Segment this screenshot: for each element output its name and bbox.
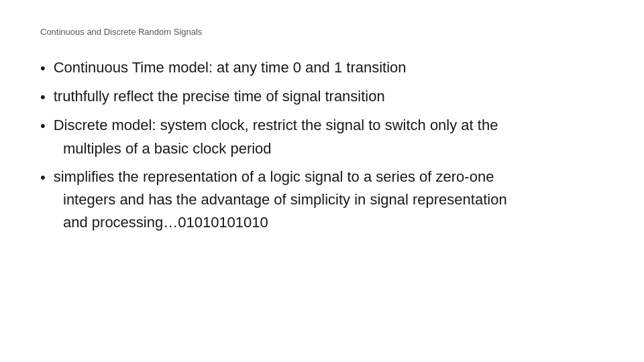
list-item: • truthfully reflect the precise time of… — [40, 86, 604, 108]
list-item: • simplifies the representation of a log… — [40, 166, 604, 188]
bullet-text: truthfully reflect the precise time of s… — [54, 86, 604, 107]
bullet-dot: • — [40, 86, 46, 108]
bullet-text: simplifies the representation of a logic… — [54, 166, 604, 188]
list-item-continuation: multiples of a basic clock period — [63, 138, 604, 160]
bullet-text: multiples of a basic clock period — [63, 138, 604, 160]
slide-subtitle: Continuous and Discrete Random Signals — [40, 27, 604, 37]
bullet-list: • Continuous Time model: at any time 0 a… — [40, 57, 604, 240]
bullet-text: and processing…01010101010 — [63, 212, 604, 233]
bullet-dot: • — [40, 115, 46, 137]
list-item: • Continuous Time model: at any time 0 a… — [40, 57, 604, 79]
bullet-text: Discrete model: system clock, restrict t… — [54, 115, 604, 136]
slide-container: Continuous and Discrete Random Signals •… — [0, 0, 644, 362]
bullet-text: integers and has the advantage of simpli… — [63, 189, 604, 210]
list-item-continuation: integers and has the advantage of simpli… — [63, 189, 604, 210]
list-item: • Discrete model: system clock, restrict… — [40, 115, 604, 137]
bullet-dot: • — [40, 167, 46, 188]
bullet-dot: • — [40, 58, 46, 79]
bullet-text: Continuous Time model: at any time 0 and… — [54, 57, 604, 78]
list-item-continuation: and processing…01010101010 — [63, 212, 604, 233]
